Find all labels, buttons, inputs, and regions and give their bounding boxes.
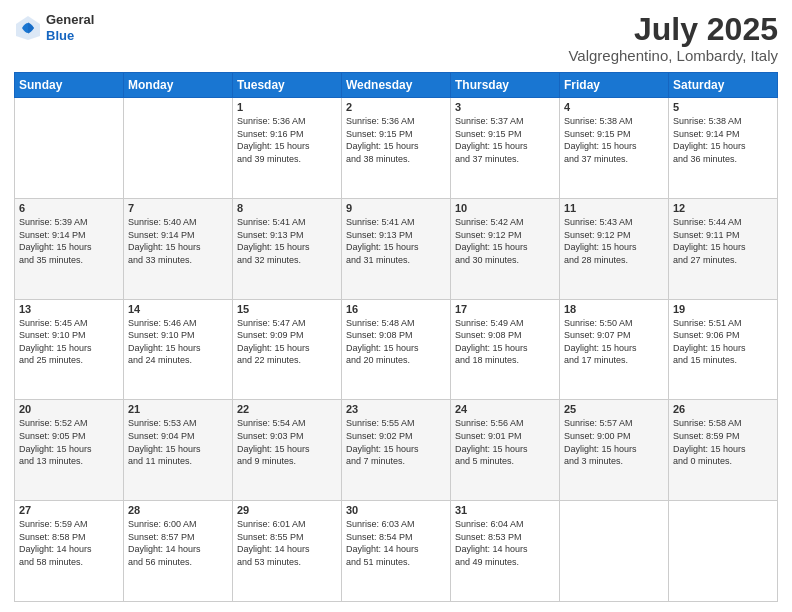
- calendar-cell: [15, 98, 124, 199]
- day-info: Sunrise: 5:36 AM Sunset: 9:15 PM Dayligh…: [346, 115, 446, 165]
- title-month: July 2025: [568, 12, 778, 47]
- day-info: Sunrise: 5:59 AM Sunset: 8:58 PM Dayligh…: [19, 518, 119, 568]
- calendar-week-2: 6Sunrise: 5:39 AM Sunset: 9:14 PM Daylig…: [15, 198, 778, 299]
- calendar-cell: 6Sunrise: 5:39 AM Sunset: 9:14 PM Daylig…: [15, 198, 124, 299]
- calendar-cell: [560, 501, 669, 602]
- day-info: Sunrise: 5:36 AM Sunset: 9:16 PM Dayligh…: [237, 115, 337, 165]
- calendar-table: SundayMondayTuesdayWednesdayThursdayFrid…: [14, 72, 778, 602]
- day-info: Sunrise: 6:03 AM Sunset: 8:54 PM Dayligh…: [346, 518, 446, 568]
- calendar-cell: [669, 501, 778, 602]
- day-number: 8: [237, 202, 337, 214]
- day-number: 4: [564, 101, 664, 113]
- day-info: Sunrise: 5:46 AM Sunset: 9:10 PM Dayligh…: [128, 317, 228, 367]
- calendar-cell: 23Sunrise: 5:55 AM Sunset: 9:02 PM Dayli…: [342, 400, 451, 501]
- logo-general: General: [46, 12, 94, 28]
- calendar-cell: 24Sunrise: 5:56 AM Sunset: 9:01 PM Dayli…: [451, 400, 560, 501]
- day-info: Sunrise: 6:00 AM Sunset: 8:57 PM Dayligh…: [128, 518, 228, 568]
- calendar-cell: 2Sunrise: 5:36 AM Sunset: 9:15 PM Daylig…: [342, 98, 451, 199]
- calendar-header-saturday: Saturday: [669, 73, 778, 98]
- calendar-header-thursday: Thursday: [451, 73, 560, 98]
- calendar-cell: 11Sunrise: 5:43 AM Sunset: 9:12 PM Dayli…: [560, 198, 669, 299]
- calendar-cell: [124, 98, 233, 199]
- day-number: 1: [237, 101, 337, 113]
- day-info: Sunrise: 5:56 AM Sunset: 9:01 PM Dayligh…: [455, 417, 555, 467]
- calendar-cell: 4Sunrise: 5:38 AM Sunset: 9:15 PM Daylig…: [560, 98, 669, 199]
- calendar-week-3: 13Sunrise: 5:45 AM Sunset: 9:10 PM Dayli…: [15, 299, 778, 400]
- day-number: 14: [128, 303, 228, 315]
- day-info: Sunrise: 5:40 AM Sunset: 9:14 PM Dayligh…: [128, 216, 228, 266]
- calendar-cell: 10Sunrise: 5:42 AM Sunset: 9:12 PM Dayli…: [451, 198, 560, 299]
- day-info: Sunrise: 5:47 AM Sunset: 9:09 PM Dayligh…: [237, 317, 337, 367]
- day-info: Sunrise: 5:42 AM Sunset: 9:12 PM Dayligh…: [455, 216, 555, 266]
- calendar-cell: 26Sunrise: 5:58 AM Sunset: 8:59 PM Dayli…: [669, 400, 778, 501]
- calendar-header-friday: Friday: [560, 73, 669, 98]
- logo-text: General Blue: [46, 12, 94, 43]
- day-info: Sunrise: 5:50 AM Sunset: 9:07 PM Dayligh…: [564, 317, 664, 367]
- title-location: Valgreghentino, Lombardy, Italy: [568, 47, 778, 64]
- day-info: Sunrise: 5:51 AM Sunset: 9:06 PM Dayligh…: [673, 317, 773, 367]
- calendar-cell: 14Sunrise: 5:46 AM Sunset: 9:10 PM Dayli…: [124, 299, 233, 400]
- day-number: 5: [673, 101, 773, 113]
- day-number: 28: [128, 504, 228, 516]
- day-info: Sunrise: 6:04 AM Sunset: 8:53 PM Dayligh…: [455, 518, 555, 568]
- day-number: 7: [128, 202, 228, 214]
- day-number: 10: [455, 202, 555, 214]
- day-number: 18: [564, 303, 664, 315]
- day-number: 6: [19, 202, 119, 214]
- calendar-header-wednesday: Wednesday: [342, 73, 451, 98]
- calendar-week-5: 27Sunrise: 5:59 AM Sunset: 8:58 PM Dayli…: [15, 501, 778, 602]
- day-number: 30: [346, 504, 446, 516]
- calendar-cell: 15Sunrise: 5:47 AM Sunset: 9:09 PM Dayli…: [233, 299, 342, 400]
- day-info: Sunrise: 5:54 AM Sunset: 9:03 PM Dayligh…: [237, 417, 337, 467]
- logo: General Blue: [14, 12, 94, 43]
- day-info: Sunrise: 5:41 AM Sunset: 9:13 PM Dayligh…: [237, 216, 337, 266]
- calendar-cell: 18Sunrise: 5:50 AM Sunset: 9:07 PM Dayli…: [560, 299, 669, 400]
- calendar-cell: 16Sunrise: 5:48 AM Sunset: 9:08 PM Dayli…: [342, 299, 451, 400]
- day-info: Sunrise: 5:41 AM Sunset: 9:13 PM Dayligh…: [346, 216, 446, 266]
- calendar-cell: 21Sunrise: 5:53 AM Sunset: 9:04 PM Dayli…: [124, 400, 233, 501]
- day-number: 13: [19, 303, 119, 315]
- day-number: 11: [564, 202, 664, 214]
- day-info: Sunrise: 5:43 AM Sunset: 9:12 PM Dayligh…: [564, 216, 664, 266]
- day-info: Sunrise: 5:44 AM Sunset: 9:11 PM Dayligh…: [673, 216, 773, 266]
- day-info: Sunrise: 5:58 AM Sunset: 8:59 PM Dayligh…: [673, 417, 773, 467]
- day-number: 31: [455, 504, 555, 516]
- calendar-cell: 8Sunrise: 5:41 AM Sunset: 9:13 PM Daylig…: [233, 198, 342, 299]
- day-number: 3: [455, 101, 555, 113]
- calendar-cell: 20Sunrise: 5:52 AM Sunset: 9:05 PM Dayli…: [15, 400, 124, 501]
- calendar-header-tuesday: Tuesday: [233, 73, 342, 98]
- day-info: Sunrise: 5:39 AM Sunset: 9:14 PM Dayligh…: [19, 216, 119, 266]
- day-info: Sunrise: 5:45 AM Sunset: 9:10 PM Dayligh…: [19, 317, 119, 367]
- day-number: 20: [19, 403, 119, 415]
- day-info: Sunrise: 5:57 AM Sunset: 9:00 PM Dayligh…: [564, 417, 664, 467]
- day-info: Sunrise: 5:38 AM Sunset: 9:14 PM Dayligh…: [673, 115, 773, 165]
- calendar-header-row: SundayMondayTuesdayWednesdayThursdayFrid…: [15, 73, 778, 98]
- header: General Blue July 2025 Valgreghentino, L…: [14, 12, 778, 64]
- day-number: 23: [346, 403, 446, 415]
- logo-blue: Blue: [46, 28, 94, 44]
- calendar-week-1: 1Sunrise: 5:36 AM Sunset: 9:16 PM Daylig…: [15, 98, 778, 199]
- logo-icon: [14, 14, 42, 42]
- day-number: 26: [673, 403, 773, 415]
- day-number: 9: [346, 202, 446, 214]
- calendar-cell: 7Sunrise: 5:40 AM Sunset: 9:14 PM Daylig…: [124, 198, 233, 299]
- calendar-cell: 30Sunrise: 6:03 AM Sunset: 8:54 PM Dayli…: [342, 501, 451, 602]
- page: General Blue July 2025 Valgreghentino, L…: [0, 0, 792, 612]
- day-info: Sunrise: 5:52 AM Sunset: 9:05 PM Dayligh…: [19, 417, 119, 467]
- day-number: 17: [455, 303, 555, 315]
- day-info: Sunrise: 5:38 AM Sunset: 9:15 PM Dayligh…: [564, 115, 664, 165]
- calendar-cell: 12Sunrise: 5:44 AM Sunset: 9:11 PM Dayli…: [669, 198, 778, 299]
- day-number: 29: [237, 504, 337, 516]
- day-info: Sunrise: 6:01 AM Sunset: 8:55 PM Dayligh…: [237, 518, 337, 568]
- calendar-cell: 31Sunrise: 6:04 AM Sunset: 8:53 PM Dayli…: [451, 501, 560, 602]
- calendar-cell: 3Sunrise: 5:37 AM Sunset: 9:15 PM Daylig…: [451, 98, 560, 199]
- day-info: Sunrise: 5:49 AM Sunset: 9:08 PM Dayligh…: [455, 317, 555, 367]
- calendar-cell: 29Sunrise: 6:01 AM Sunset: 8:55 PM Dayli…: [233, 501, 342, 602]
- day-number: 16: [346, 303, 446, 315]
- day-number: 15: [237, 303, 337, 315]
- calendar-cell: 19Sunrise: 5:51 AM Sunset: 9:06 PM Dayli…: [669, 299, 778, 400]
- calendar-cell: 9Sunrise: 5:41 AM Sunset: 9:13 PM Daylig…: [342, 198, 451, 299]
- day-number: 2: [346, 101, 446, 113]
- calendar-week-4: 20Sunrise: 5:52 AM Sunset: 9:05 PM Dayli…: [15, 400, 778, 501]
- day-info: Sunrise: 5:55 AM Sunset: 9:02 PM Dayligh…: [346, 417, 446, 467]
